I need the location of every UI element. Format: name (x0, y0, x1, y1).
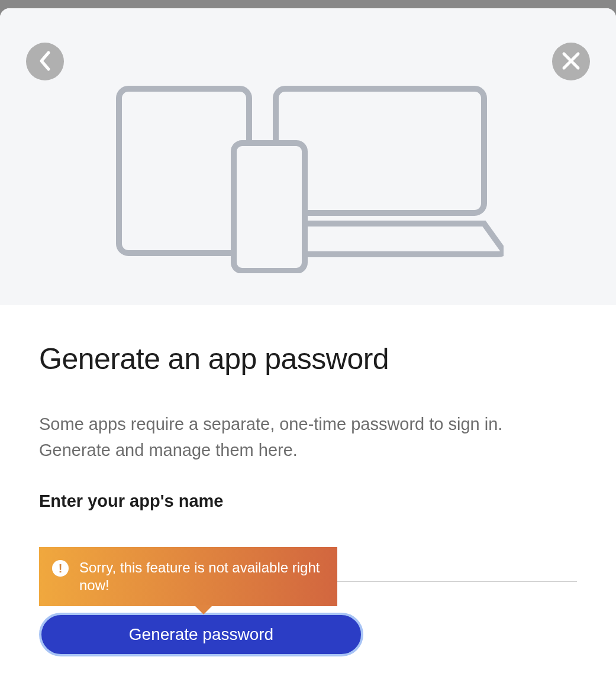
back-button[interactable] (26, 43, 64, 80)
alert-icon: ! (52, 560, 69, 577)
svg-rect-2 (234, 143, 305, 271)
modal-body: Generate an app password Some apps requi… (0, 305, 616, 656)
description-text: Some apps require a separate, one-time p… (39, 412, 577, 463)
close-icon (562, 51, 580, 72)
chevron-left-icon (38, 50, 52, 73)
page-title: Generate an app password (39, 342, 577, 376)
modal-header (0, 8, 616, 305)
close-button[interactable] (552, 43, 590, 80)
button-container: ! Sorry, this feature is not available r… (39, 613, 363, 656)
devices-illustration (0, 84, 616, 273)
app-password-modal: Generate an app password Some apps requi… (0, 8, 616, 673)
svg-rect-0 (119, 89, 249, 253)
error-tooltip: ! Sorry, this feature is not available r… (39, 547, 337, 606)
tooltip-message: Sorry, this feature is not available rig… (79, 559, 324, 594)
input-label: Enter your app's name (39, 491, 577, 511)
generate-password-button[interactable]: Generate password (39, 613, 363, 656)
